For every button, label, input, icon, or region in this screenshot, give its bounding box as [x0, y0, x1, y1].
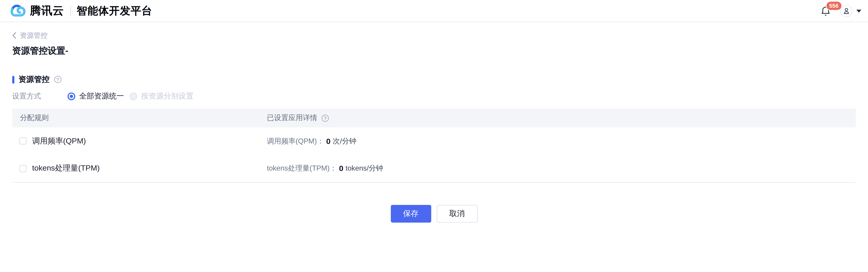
app-window: 腾讯云 智能体开发平台 556 — [0, 0, 868, 272]
rules-table: 分配规则 已设置应用详情 ? 调用频率(QPM) 调用频率(QPM)： 0 次/… — [12, 109, 856, 183]
page-title: 资源管控设置- — [12, 46, 856, 56]
chevron-left-icon — [12, 32, 16, 39]
save-button[interactable]: 保存 — [391, 205, 431, 223]
account-menu-toggle[interactable] — [857, 9, 861, 12]
radio-selected-icon[interactable] — [67, 93, 75, 100]
section-accent-bar — [12, 75, 14, 83]
section-header: 资源管控 ? — [12, 75, 856, 84]
caret-down-icon — [857, 9, 861, 12]
header-right-cluster: 556 — [821, 5, 861, 17]
column-header-rule: 分配规则 — [12, 113, 259, 123]
detail-cell-qpm: 调用频率(QPM)： 0 次/分钟 — [259, 136, 856, 146]
table-row: 调用频率(QPM) 调用频率(QPM)： 0 次/分钟 — [12, 127, 856, 155]
top-header: 腾讯云 智能体开发平台 556 — [0, 0, 868, 22]
radio-option-label: 全部资源统一 — [79, 91, 124, 101]
detail-label: 调用频率(QPM)： — [267, 136, 324, 146]
detail-unit: tokens/分钟 — [346, 163, 383, 174]
table-body: 调用频率(QPM) 调用频率(QPM)： 0 次/分钟 tokens处理量(TP… — [12, 127, 856, 183]
notifications-button[interactable]: 556 — [821, 5, 830, 17]
qpm-checkbox[interactable] — [19, 138, 27, 145]
breadcrumb-back[interactable]: 资源管控 — [12, 32, 48, 39]
content-area: 资源管控 资源管控设置- 资源管控 ? 设置方式 全部资源统一 按资源分别设置 … — [0, 32, 868, 223]
brand-home-link[interactable]: 腾讯云 — [8, 3, 64, 19]
detail-cell-tpm: tokens处理量(TPM)： 0 tokens/分钟 — [259, 163, 856, 174]
cancel-button[interactable]: 取消 — [436, 205, 477, 223]
product-title: 智能体开发平台 — [76, 4, 152, 18]
table-header-row: 分配规则 已设置应用详情 ? — [12, 109, 856, 127]
rule-label: tokens处理量(TPM) — [32, 163, 100, 174]
radio-option-label: 按资源分别设置 — [141, 91, 193, 101]
detail-unit: 次/分钟 — [333, 136, 356, 146]
brand-name: 腾讯云 — [30, 3, 64, 19]
detail-value: 0 — [339, 164, 343, 173]
setting-mode-row: 设置方式 全部资源统一 按资源分别设置 — [12, 93, 856, 100]
detail-value: 0 — [326, 137, 331, 146]
header-divider — [70, 6, 70, 16]
tpm-checkbox[interactable] — [19, 165, 27, 172]
notification-count-badge: 556 — [826, 1, 842, 10]
setting-mode-label: 设置方式 — [12, 91, 67, 101]
user-icon — [842, 7, 850, 14]
page-root: 腾讯云 智能体开发平台 556 — [0, 0, 868, 272]
column-header-detail-label: 已设置应用详情 — [267, 113, 317, 123]
rule-cell-tpm: tokens处理量(TPM) — [12, 163, 259, 174]
user-avatar-button[interactable] — [840, 5, 852, 17]
rule-label: 调用频率(QPM) — [32, 136, 86, 146]
radio-option-all-resources[interactable]: 全部资源统一 — [67, 91, 124, 101]
form-actions: 保存 取消 — [12, 205, 856, 223]
radio-option-per-resource: 按资源分别设置 — [130, 91, 193, 101]
detail-help-icon[interactable]: ? — [322, 114, 329, 122]
tencent-cloud-logo-icon — [8, 4, 27, 18]
breadcrumb-label: 资源管控 — [20, 32, 48, 39]
radio-disabled-icon — [130, 93, 137, 100]
table-row: tokens处理量(TPM) tokens处理量(TPM)： 0 tokens/… — [12, 155, 856, 182]
detail-label: tokens处理量(TPM)： — [267, 163, 337, 174]
section-help-icon[interactable]: ? — [54, 76, 61, 83]
rule-cell-qpm: 调用频率(QPM) — [12, 136, 259, 146]
column-header-detail: 已设置应用详情 ? — [259, 113, 856, 123]
section-title: 资源管控 — [19, 75, 50, 84]
